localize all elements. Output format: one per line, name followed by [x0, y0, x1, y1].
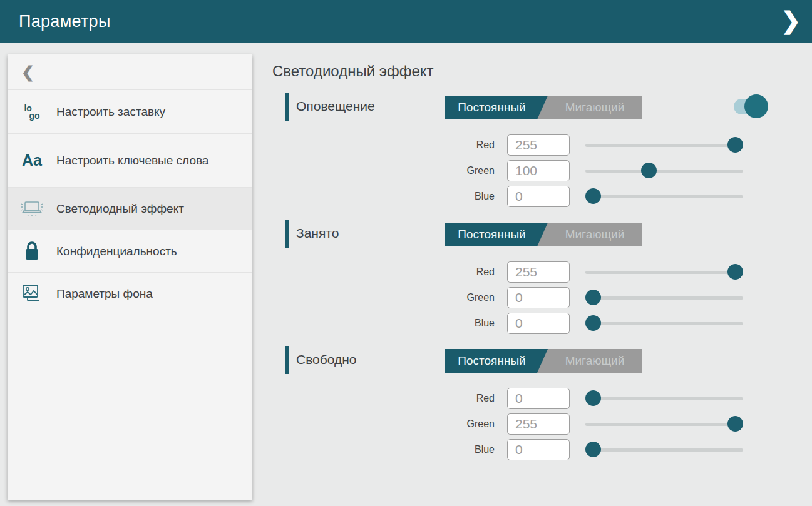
- slider-track: [585, 423, 743, 426]
- mode-blinking-button[interactable]: Мигающий: [548, 96, 642, 119]
- green-slider[interactable]: [585, 160, 743, 181]
- section-busy: Занято Постоянный Мигающий Red Green: [272, 218, 798, 340]
- enable-toggle-switch[interactable]: [734, 94, 769, 119]
- mode-toggle-group: Постоянный Мигающий: [445, 223, 642, 246]
- slider-thumb[interactable]: [727, 137, 743, 153]
- mode-blinking-button[interactable]: Мигающий: [548, 223, 642, 246]
- green-input[interactable]: [507, 160, 570, 181]
- sidebar-item-label: Настроить ключевые слова: [56, 153, 208, 168]
- green-label: Green: [423, 160, 495, 181]
- slider-track: [585, 170, 743, 173]
- sidebar-item-label: Конфиденциальность: [56, 243, 177, 259]
- blue-slider[interactable]: [585, 313, 743, 334]
- led-display-icon: [18, 200, 46, 218]
- mode-constant-button[interactable]: Постоянный: [445, 223, 548, 246]
- red-label: Red: [423, 388, 495, 409]
- slider-track: [585, 322, 743, 325]
- forward-chevron-icon[interactable]: ❯: [781, 5, 801, 36]
- main-content: Светодиодный эффект Оповещение Постоянны…: [272, 55, 798, 506]
- lock-icon: [18, 241, 46, 262]
- green-label: Green: [423, 413, 495, 435]
- slider-thumb[interactable]: [641, 163, 657, 178]
- slider-track: [585, 296, 743, 300]
- sidebar: ❮ logo Настроить заставку Aa Настроить к…: [8, 54, 252, 500]
- blue-input[interactable]: [507, 186, 570, 207]
- section-accent-bar: [285, 220, 289, 248]
- red-input[interactable]: [507, 134, 570, 156]
- sidebar-item-background[interactable]: Параметры фона: [8, 273, 252, 315]
- sidebar-item-label: Настроить заставку: [56, 104, 165, 119]
- green-slider[interactable]: [585, 413, 743, 435]
- sidebar-item-led-effect[interactable]: Светодиодный эффект: [8, 188, 252, 230]
- green-input[interactable]: [507, 413, 570, 435]
- red-slider[interactable]: [585, 134, 743, 156]
- app-header: Параметры ❯: [0, 0, 812, 43]
- red-input[interactable]: [507, 388, 570, 409]
- section-free: Свободно Постоянный Мигающий Red Green: [272, 345, 798, 467]
- section-alert: Оповещение Постоянный Мигающий Red: [272, 91, 798, 213]
- mode-toggle-group: Постоянный Мигающий: [445, 96, 642, 119]
- section-title: Оповещение: [296, 91, 375, 121]
- logo-icon: logo: [18, 104, 46, 119]
- blue-label: Blue: [423, 439, 495, 460]
- sidebar-back-button[interactable]: ❮: [8, 54, 252, 90]
- blue-slider[interactable]: [585, 439, 743, 460]
- slider-thumb[interactable]: [585, 390, 601, 406]
- parameters-app: Параметры ❯ ❮ logo Настроить заставку Aa…: [0, 0, 812, 506]
- sidebar-item-keywords[interactable]: Aa Настроить ключевые слова: [8, 134, 252, 188]
- blue-label: Blue: [423, 313, 495, 334]
- mode-constant-button[interactable]: Постоянный: [445, 96, 548, 119]
- green-label: Green: [423, 287, 495, 308]
- mode-constant-button[interactable]: Постоянный: [445, 349, 548, 373]
- green-slider[interactable]: [585, 287, 743, 308]
- section-accent-bar: [285, 93, 289, 121]
- sidebar-item-label: Светодиодный эффект: [56, 201, 184, 216]
- slider-thumb[interactable]: [585, 188, 601, 204]
- blue-label: Blue: [423, 186, 495, 207]
- page-title: Параметры: [19, 12, 111, 31]
- letters-icon: Aa: [18, 151, 46, 170]
- slider-thumb[interactable]: [585, 442, 601, 457]
- section-title: Занято: [296, 218, 339, 248]
- blue-input[interactable]: [507, 439, 570, 460]
- red-slider[interactable]: [585, 388, 743, 409]
- sidebar-item-privacy[interactable]: Конфиденциальность: [8, 230, 252, 273]
- slider-thumb[interactable]: [727, 264, 743, 280]
- background-image-icon: [18, 283, 46, 305]
- sidebar-item-label: Параметры фона: [56, 286, 153, 301]
- red-input[interactable]: [507, 261, 570, 283]
- back-chevron-icon: ❮: [21, 63, 34, 81]
- sidebar-item-splash-screen[interactable]: logo Настроить заставку: [8, 90, 252, 134]
- section-accent-bar: [285, 346, 289, 374]
- red-label: Red: [423, 261, 495, 283]
- slider-thumb[interactable]: [727, 416, 743, 432]
- slider-track: [585, 271, 743, 274]
- slider-thumb[interactable]: [585, 290, 601, 305]
- content-heading: Светодиодный эффект: [272, 63, 434, 80]
- blue-slider[interactable]: [585, 186, 743, 207]
- switch-thumb[interactable]: [744, 94, 768, 118]
- red-label: Red: [423, 134, 495, 156]
- green-input[interactable]: [507, 287, 570, 308]
- mode-toggle-group: Постоянный Мигающий: [445, 349, 642, 373]
- slider-track: [585, 195, 743, 198]
- slider-track: [585, 448, 743, 452]
- blue-input[interactable]: [507, 313, 570, 334]
- red-slider[interactable]: [585, 261, 743, 283]
- slider-track: [585, 144, 743, 147]
- slider-track: [585, 397, 743, 400]
- mode-blinking-button[interactable]: Мигающий: [548, 349, 642, 373]
- section-title: Свободно: [296, 345, 357, 375]
- slider-thumb[interactable]: [585, 315, 601, 331]
